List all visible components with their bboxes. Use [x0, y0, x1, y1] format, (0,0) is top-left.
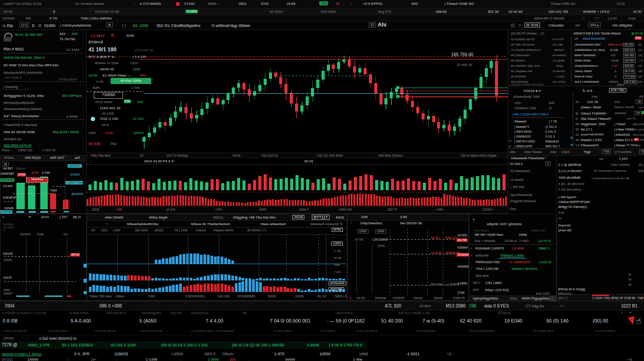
label[interactable]: U990 — [375, 229, 386, 234]
order-summary-panel[interactable]: 9g9rry#3rgg4960u591b49999 P9gyygd9dsu⊡ ▾… — [469, 214, 556, 301]
label[interactable]: 99G — [411, 2, 418, 6]
label[interactable]: ✓ — [642, 111, 644, 114]
label[interactable]: 4799 — [17, 173, 26, 177]
price-levels-panel[interactable]: G993-99^249p/9ww9w1I9w 59299/ 9bU999U990… — [347, 214, 469, 301]
label[interactable]: Efr9nch — [3, 16, 15, 20]
label[interactable]: T9 — [639, 150, 644, 154]
label[interactable]: 0921 — [239, 2, 247, 6]
label[interactable]: 98 — [636, 100, 643, 104]
watchlist-table[interactable]: (93 39) P9 G9www ...(7)A994C9 539 8 919 … — [508, 30, 644, 86]
label[interactable]: Th9n | E9ro A9th9m — [80, 16, 112, 20]
macd-indicator-panel[interactable]: A9w O9st9rM9ss-9dg9r[9021]D9gg9ng +98 79… — [87, 214, 347, 301]
label[interactable]: C7190 — [184, 2, 195, 6]
positions-panel[interactable]: Y/2016 ● 9B9www9w9E 1999G9Dtw9!G9ddbw9 2… — [508, 86, 644, 148]
label[interactable]: 5 — [53, 10, 55, 14]
label[interactable]: # 279 W9425 — [140, 2, 161, 6]
label[interactable]: 8/9/3/98 — [0, 178, 14, 182]
label[interactable]: ⚙ — [38, 23, 42, 28]
label[interactable]: C99ud9st — [548, 23, 564, 27]
label[interactable]: 99 — [634, 138, 639, 141]
label[interactable]: 0701 — [261, 2, 269, 6]
label[interactable]: 499999 — [0, 210, 12, 214]
label[interactable]: 438 69 — [436, 10, 446, 14]
label[interactable]: 49/99/9T — [68, 164, 82, 168]
label[interactable]: ‹ — [350, 2, 352, 6]
grid-levels-panel[interactable]: ΛP|ΛΛΛ| 237|B| D9b9d99922r 9000✓34494410… — [0, 214, 87, 301]
label[interactable]: 02 42 69 — [509, 10, 522, 14]
label[interactable]: 190 191 755 — [548, 10, 568, 14]
label[interactable]: H9r d9ffg99s — [612, 23, 632, 27]
label[interactable]: U999 — [357, 229, 368, 234]
label[interactable]: ? — [518, 23, 521, 28]
label[interactable]: #9999999 — [329, 287, 344, 291]
label[interactable]: -1 45p — [2, 23, 13, 28]
label[interactable]: ⊞ — [106, 23, 113, 27]
label[interactable]: 44,799 — [456, 238, 468, 242]
label[interactable]: G9y9r — [561, 150, 570, 154]
label[interactable]: ⊡ — [549, 296, 556, 301]
label[interactable]: | C9s9ry/w9stb9nds — [60, 23, 91, 27]
label[interactable]: ✉ 1500 — [186, 10, 198, 13]
main-candlestick-chart[interactable]: 165 759.0012 99Z 54A1 M4Y⊘3028B/n9nc941 … — [87, 30, 508, 153]
label[interactable]: T9gd — [583, 150, 590, 154]
label[interactable]: 44146 — [292, 215, 304, 219]
label[interactable]: IB568 + — [208, 2, 218, 6]
label[interactable]: T9www O99E W2 — [551, 2, 575, 6]
window-icon[interactable]: ⊡ — [369, 22, 376, 27]
label[interactable]: L9999799w — [65, 181, 83, 184]
label[interactable]: 459 ▴ — [588, 23, 601, 27]
right-detail-list[interactable]: (2vi / 1C.0239 7/50) 4E9(1 IE 2228 58T&B… — [556, 156, 644, 301]
label[interactable]: 679/ 7992 — [609, 88, 626, 92]
label[interactable]: W9 — [26, 16, 31, 20]
label[interactable]: 199 — [634, 111, 642, 115]
label[interactable]: IG 57 — [633, 10, 642, 14]
label[interactable]: 01060 — [44, 23, 55, 28]
label[interactable]: WHERE + LP1O — [583, 10, 609, 14]
label[interactable]: BYT11T — [312, 215, 330, 220]
label[interactable]: 521 39 — [488, 10, 498, 14]
label[interactable]: (17) — [19, 23, 29, 27]
label[interactable]: #99 — [635, 36, 642, 40]
label[interactable]: 29 84 — [287, 2, 295, 6]
label[interactable]: C79 b4999w — [614, 150, 632, 154]
label[interactable]: #P99w9999 — [329, 281, 346, 285]
label[interactable]: 04, 1005 — [133, 23, 148, 28]
label[interactable]: 00'2 0900 — [321, 10, 336, 14]
label[interactable]: 02 03 — [617, 2, 625, 6]
volume-indicator-panel[interactable]: 0914 43 99 P9 9 9°50 09 — [87, 158, 508, 206]
label[interactable]: Avg 170 — [378, 10, 391, 14]
label[interactable]: 4/# — [575, 23, 580, 27]
label[interactable]: ⋮ — [133, 2, 136, 6]
label[interactable]: ⌐9 H EPP03 — [363, 2, 382, 6]
label[interactable]: 9 — [545, 161, 551, 166]
label[interactable]: | 4 01 — [608, 16, 617, 20]
label[interactable]: 1199/9 — [331, 242, 343, 246]
label[interactable]: M 7018 — [525, 23, 540, 27]
label[interactable]: 7 / — [595, 16, 599, 20]
label[interactable]: UV Terminal Markets — [75, 2, 104, 6]
label[interactable]: O w99rvdA9gy t59wm — [211, 23, 250, 28]
shape[interactable] — [176, 2, 180, 6]
label[interactable]: 552 /01 C9ndl9st9gw9ns — [157, 23, 200, 28]
label[interactable]: 1mw — [628, 16, 636, 20]
label[interactable]: T99 — [602, 150, 611, 154]
label[interactable]: M — [336, 2, 339, 6]
label[interactable]: 45 45 — [4, 10, 12, 14]
label[interactable]: G9w — [550, 150, 556, 154]
label[interactable]: | T9ww4 O93E W2 — [445, 2, 474, 6]
right-mini-list[interactable]: #1 D49 99(9) 99w9w9w313 99w99|- 999 99w2… — [508, 161, 556, 212]
mini-bar-chart-panel[interactable]: #P9ww4/55 59(9)94/9R 39/3°▴49⊞A4 84T*8ww… — [0, 155, 87, 214]
label[interactable]: 49999 P9gyygd9dsu — [521, 297, 550, 300]
label[interactable]: ( ) — [122, 23, 126, 28]
label[interactable]: · — [115, 23, 116, 28]
label[interactable]: 4PLN — [70, 253, 80, 257]
label[interactable]: 1199400 — [456, 253, 470, 257]
label[interactable]: 591b — [510, 297, 517, 300]
label[interactable]: # 7/0 — [50, 16, 58, 20]
label[interactable]: 4/tw — [510, 150, 516, 154]
label[interactable]: 62 0210 — [270, 10, 283, 14]
label[interactable]: 718050 — [94, 92, 123, 99]
label[interactable]: #P99w G99w — [111, 78, 151, 84]
label[interactable]: 01/07/25 13 28 — [95, 10, 119, 14]
label[interactable]: #9799 — [332, 228, 343, 232]
